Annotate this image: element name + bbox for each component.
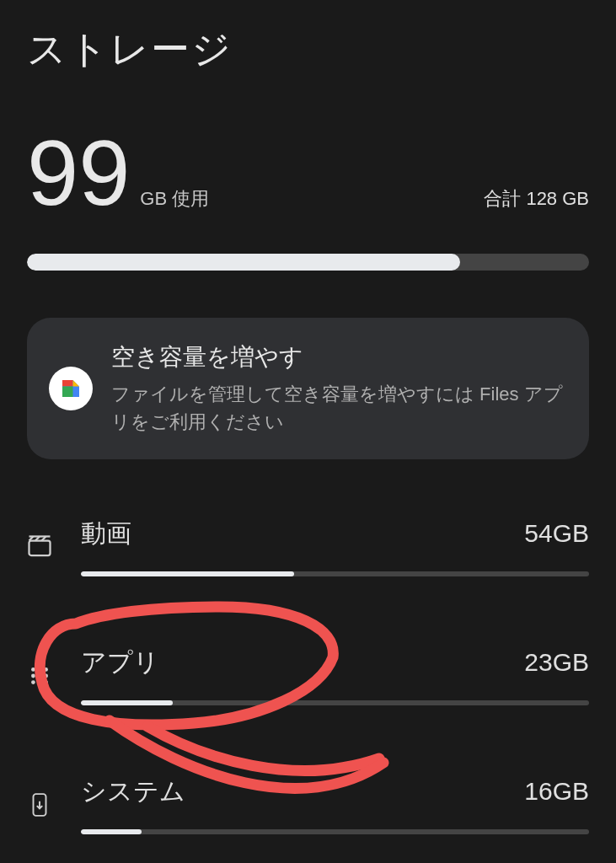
video-icon [27, 534, 52, 560]
svg-point-11 [31, 680, 35, 684]
usage-progress-fill [27, 254, 460, 271]
svg-rect-0 [29, 540, 51, 555]
svg-point-9 [38, 673, 42, 678]
category-bar [81, 829, 589, 834]
category-bar-fill [81, 829, 142, 834]
usage-value: 99 [27, 126, 130, 219]
category-videos[interactable]: 動画 54GB [27, 507, 589, 587]
files-app-icon [49, 367, 93, 410]
page-title: ストレージ [27, 24, 589, 76]
category-bar [81, 700, 589, 705]
category-label: 動画 [81, 517, 131, 551]
svg-point-8 [31, 673, 35, 678]
svg-point-12 [38, 680, 42, 684]
svg-point-6 [38, 667, 42, 672]
category-apps[interactable]: アプリ 23GB [27, 635, 589, 716]
card-description: ファイルを管理して空き容量を増やすには Files アプリをご利用ください [111, 380, 567, 436]
free-up-space-card[interactable]: 空き容量を増やす ファイルを管理して空き容量を増やすには Files アプリをご… [27, 318, 589, 459]
category-bar-fill [81, 700, 173, 705]
card-title: 空き容量を増やす [111, 341, 567, 373]
usage-progress-bar [27, 254, 589, 271]
svg-point-7 [44, 667, 48, 672]
category-system[interactable]: システム 16GB [27, 764, 589, 844]
svg-point-13 [44, 680, 48, 684]
system-icon [27, 792, 52, 817]
category-bar-fill [81, 571, 294, 576]
category-size: 54GB [524, 519, 589, 548]
category-label: アプリ [81, 646, 159, 680]
usage-unit-label: GB 使用 [140, 186, 209, 222]
usage-total-label: 合計 128 GB [484, 186, 589, 222]
category-size: 23GB [524, 648, 589, 677]
usage-summary: 99 GB 使用 合計 128 GB [27, 126, 589, 222]
apps-icon [27, 665, 52, 687]
usage-used: 99 GB 使用 [27, 126, 209, 222]
category-label: システム [81, 775, 185, 809]
svg-point-5 [31, 667, 35, 672]
svg-point-10 [44, 673, 48, 678]
category-bar [81, 571, 589, 576]
category-size: 16GB [524, 777, 589, 806]
